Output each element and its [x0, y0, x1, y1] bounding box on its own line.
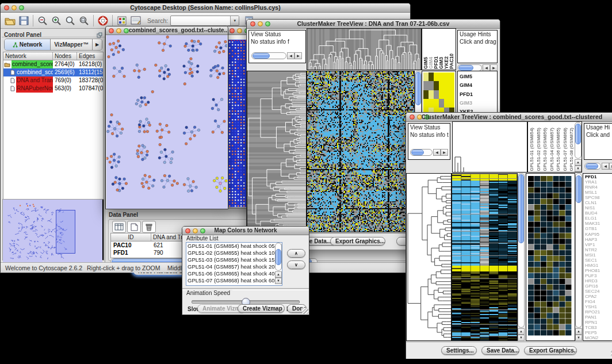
- scroll-right-icon[interactable]: ▶: [609, 163, 612, 170]
- tv2-heatmap[interactable]: [452, 173, 518, 341]
- help-lifering-icon[interactable]: [96, 14, 110, 27]
- scroll-right-icon[interactable]: ▶: [294, 52, 302, 59]
- tv2-zoom-heatmap[interactable]: [528, 176, 572, 336]
- tv1-heatmap[interactable]: [307, 71, 415, 232]
- main-titlebar[interactable]: Cytoscape Desktop (Session Name: collins…: [1, 3, 410, 13]
- tv2-column-dendrogram[interactable]: [452, 121, 527, 173]
- tv2-row-label: CLN1: [585, 200, 612, 205]
- scroll-up-icon[interactable]: ▲: [275, 271, 282, 278]
- delete-attribute-icon[interactable]: [142, 221, 156, 233]
- attribute-list-label: Attribute List: [186, 235, 219, 242]
- move-up-button[interactable]: ∧: [287, 249, 305, 258]
- network-col-header[interactable]: Network: [3, 52, 53, 60]
- tv2-button-save-data[interactable]: Save Data...: [481, 346, 519, 355]
- tv2-row-dendrogram[interactable]: [406, 173, 452, 341]
- scroll-up-icon[interactable]: ▲: [575, 328, 582, 335]
- attribute-list-scrollbar[interactable]: ▲▼: [275, 243, 282, 284]
- animation-speed-slider[interactable]: [192, 300, 300, 304]
- tv2-usage-scrollbar[interactable]: ◀▶: [584, 163, 612, 170]
- tv1-button-export-graphics[interactable]: Export Graphics...: [330, 237, 385, 246]
- attribute-select-icon[interactable]: [112, 221, 126, 233]
- dialog-titlebar[interactable]: Map Colors to Network: [182, 227, 309, 235]
- tv2-row-label: SEC24: [585, 289, 612, 294]
- vizmapper-grid-icon[interactable]: [115, 14, 129, 27]
- treeview2-titlebar[interactable]: ClusterMaker TreeView : combined_scores_…: [406, 113, 612, 122]
- save-icon[interactable]: [17, 14, 30, 27]
- minimize-button[interactable]: [237, 28, 242, 33]
- tv1-row-label: GIM3: [460, 99, 497, 108]
- attribute-list-item[interactable]: GPL51-07 (GSM868) heat shock 60 min: [186, 277, 275, 284]
- zoom-button[interactable]: [124, 28, 129, 33]
- tv1-view-status: View Status No status info f ◀▶: [248, 30, 306, 63]
- tab-overflow-button[interactable]: ▶: [93, 39, 102, 50]
- tv2-collabels-scrollbar[interactable]: ▲▼: [575, 122, 582, 172]
- nodes-col-header[interactable]: Nodes: [53, 52, 77, 60]
- close-button[interactable]: [109, 28, 114, 33]
- search-combobox[interactable]: ▾: [170, 16, 239, 26]
- zoom-selected-icon[interactable]: [63, 14, 77, 27]
- attribute-list-item[interactable]: GPL51-06 (GSM865) heat shock 40 min: [186, 270, 275, 277]
- attribute-list-item[interactable]: GPL51-01 (GSM854) heat shock 05 min: [186, 243, 275, 250]
- attribute-list-item[interactable]: GPL51-03 (GSM856) heat shock 15 min: [186, 256, 275, 263]
- id-col-header[interactable]: ID: [111, 233, 151, 241]
- zoom-fit-icon[interactable]: [77, 14, 91, 27]
- scroll-left-icon[interactable]: ◀: [602, 163, 609, 170]
- zoom-in-icon[interactable]: [49, 14, 63, 27]
- edges-col-header[interactable]: Edges: [77, 52, 103, 60]
- tv2-zoom-vscrollbar[interactable]: ▲▼: [575, 173, 582, 341]
- attribute-list-item[interactable]: GPL51-02 (GSM855) heat shock 10 min: [186, 250, 275, 256]
- close-button[interactable]: [230, 28, 235, 33]
- tv2-heatmap-vscrollbar[interactable]: ▲▼: [518, 173, 525, 341]
- tv2-button-bar: Settings...Save Data...Export Graphics..…: [406, 342, 612, 359]
- annotation-icon[interactable]: [129, 14, 143, 27]
- move-down-button[interactable]: ∨: [287, 260, 305, 269]
- scroll-left-icon[interactable]: ◀: [287, 52, 294, 59]
- birdseye-canvas[interactable]: [3, 200, 102, 263]
- network-view-titlebar[interactable]: combined_scores_good.txt--cluste...: [106, 26, 228, 35]
- tv1-column-dendrogram[interactable]: [307, 28, 422, 70]
- tv1-status-scrollbar[interactable]: ◀▶: [251, 52, 302, 59]
- scroll-down-icon[interactable]: ▼: [575, 335, 582, 341]
- scroll-up-icon[interactable]: ▲: [518, 328, 525, 335]
- zoom-out-icon[interactable]: [36, 14, 49, 27]
- search-input[interactable]: [171, 16, 230, 25]
- tv2-status-scrollbar[interactable]: ◀▶: [410, 149, 448, 156]
- search-dropdown-icon[interactable]: ▾: [230, 16, 239, 25]
- tab-vizmapper[interactable]: VizMapper™: [51, 39, 93, 50]
- new-attribute-icon[interactable]: [127, 221, 141, 233]
- network-table-row[interactable]: RNAPuberNov2+|563(0)107847(0): [3, 85, 103, 93]
- map-colors-dialog: Map Colors to Network Attribute List GPL…: [182, 226, 309, 315]
- minimize-button[interactable]: [116, 28, 121, 33]
- network-table-row[interactable]: combined_sco2569(6)13112(15): [3, 68, 103, 76]
- matrix-cell: [423, 99, 429, 108]
- matrix-cell: [429, 72, 434, 81]
- network-canvas[interactable]: [106, 35, 227, 209]
- tv2-column-label: GPL51-03 (GSM856): [542, 128, 548, 171]
- matrix-cell: [423, 72, 429, 81]
- tv2-button-settings[interactable]: Settings...: [441, 346, 477, 355]
- nodes-cell: 2764(0): [53, 60, 77, 68]
- create-vizmap-button[interactable]: Create Vizmap: [238, 304, 285, 313]
- scroll-down-icon[interactable]: ▼: [518, 335, 525, 341]
- treeview1-titlebar[interactable]: ClusterMaker TreeView : DNA and Tran 07-…: [247, 20, 500, 29]
- nodes-cell: 2569(6): [53, 68, 77, 76]
- resize-grip[interactable]: [302, 308, 308, 314]
- tv1-row-dendrogram[interactable]: [247, 71, 307, 232]
- scroll-down-icon[interactable]: ▼: [575, 166, 582, 172]
- network-table-row[interactable]: combined_scores2764(0)16218(0): [3, 60, 103, 68]
- open-file-icon[interactable]: [3, 14, 17, 27]
- scroll-left-icon[interactable]: ◀: [433, 149, 441, 156]
- tv2-button-export-graphics[interactable]: Export Graphics...: [524, 346, 577, 355]
- status-welcome: Welcome to Cytoscape 2.6.2: [5, 265, 82, 271]
- birdseye-panel[interactable]: [2, 199, 104, 260]
- animation-speed-label: Animation Speed: [186, 290, 232, 296]
- attribute-list-item[interactable]: GPL51-04 (GSM857) heat shock 20 min: [186, 263, 275, 270]
- tab-network[interactable]: Network: [5, 39, 51, 50]
- edges-cell: 13112(15): [77, 68, 103, 76]
- network-table-row[interactable]: DNA and Tran 07769(0)183728(0): [3, 76, 103, 85]
- scroll-down-icon[interactable]: ▼: [275, 278, 282, 284]
- scroll-up-icon[interactable]: ▲: [575, 159, 582, 166]
- network-name-cell: DNA and Tran 07: [3, 76, 53, 85]
- scroll-right-icon[interactable]: ▶: [441, 149, 448, 156]
- matrix-cell: [423, 90, 429, 99]
